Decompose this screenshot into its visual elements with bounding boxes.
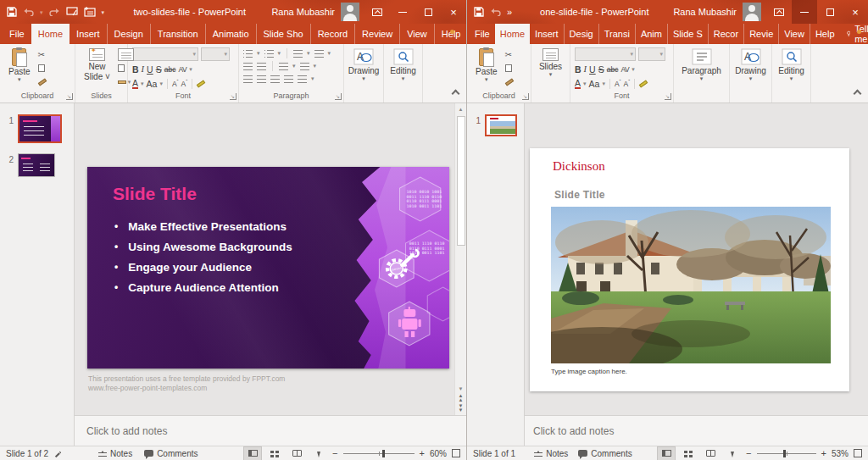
qat-overflow-icon[interactable]: » — [507, 7, 512, 17]
account-name[interactable]: Rana Mubashir — [673, 7, 737, 17]
tell-me-button[interactable]: Tell me — [840, 24, 868, 44]
font-color-button[interactable]: A — [575, 79, 581, 89]
new-slide-qat-icon[interactable] — [84, 7, 96, 17]
decrease-font-button[interactable]: Aˇ — [624, 79, 631, 88]
change-case-button[interactable]: Aa — [147, 79, 158, 89]
clipboard-dialog-launcher-icon[interactable]: ↘ — [66, 93, 73, 100]
shadow-button[interactable]: S — [156, 64, 162, 75]
notes-toggle[interactable]: Notes — [98, 449, 132, 458]
slide-1-thumbnail[interactable] — [485, 114, 517, 136]
align-center-icon[interactable] — [257, 75, 266, 83]
zoom-slider[interactable] — [343, 453, 415, 454]
slideshow-view-button[interactable] — [724, 447, 741, 460]
notes-pane[interactable]: Click to add notes — [75, 415, 466, 446]
paste-button[interactable]: Paste ▾ — [471, 47, 502, 83]
bold-button[interactable]: B — [132, 64, 139, 75]
maximize-button[interactable] — [817, 0, 843, 24]
cut-button[interactable]: ✂ — [505, 49, 514, 60]
zoom-level[interactable]: 60% — [430, 449, 447, 458]
copy-button[interactable] — [38, 63, 47, 74]
font-dialog-launcher-icon[interactable]: ↘ — [665, 93, 671, 100]
tab-review[interactable]: Review — [355, 24, 400, 44]
scroll-up-icon[interactable]: ▲ — [459, 104, 464, 114]
copy-button[interactable] — [505, 63, 514, 74]
tab-insert[interactable]: Insert — [70, 24, 108, 44]
justify-icon[interactable] — [284, 75, 293, 83]
font-name-select[interactable]: ▾ — [575, 47, 636, 61]
slide-body-text[interactable]: •Make Effective Presentations •Using Awe… — [114, 216, 292, 297]
highlight-color-icon[interactable] — [639, 80, 648, 87]
scrollbar-thumb[interactable] — [457, 116, 465, 246]
thumbnail-row-1[interactable]: 1 — [0, 112, 74, 151]
customize-qat-icon[interactable]: ▾ — [102, 9, 105, 15]
shadow-button[interactable]: S — [598, 64, 604, 75]
campus-photo[interactable] — [551, 207, 831, 363]
strikethrough-button[interactable]: abc — [607, 65, 619, 74]
normal-view-button[interactable] — [658, 447, 675, 460]
editing-button[interactable]: Editing ▾ — [774, 47, 809, 82]
italic-button[interactable]: I — [142, 64, 145, 74]
redo-icon[interactable] — [49, 8, 60, 16]
drawing-button[interactable]: A Drawing ▾ — [731, 47, 771, 82]
tab-help[interactable]: Help — [435, 24, 468, 44]
notes-pane[interactable]: Click to add notes — [525, 415, 868, 446]
tab-transition[interactable]: Transi — [599, 24, 636, 44]
slide-title-text[interactable]: Slide Title — [113, 184, 197, 204]
tab-insert[interactable]: Insert — [530, 24, 565, 44]
slide-title-text[interactable]: Slide Title — [554, 189, 605, 201]
format-painter-button[interactable] — [38, 76, 47, 87]
tab-view[interactable]: View — [400, 24, 435, 44]
save-icon[interactable] — [474, 7, 484, 17]
align-text-icon[interactable] — [300, 63, 309, 70]
save-icon[interactable] — [7, 7, 17, 17]
tab-slideshow[interactable]: Slide Sho — [257, 24, 311, 44]
close-button[interactable]: × — [843, 0, 868, 24]
tab-design[interactable]: Design — [108, 24, 151, 44]
numbering-icon[interactable] — [264, 50, 274, 58]
char-spacing-dropdown-icon[interactable]: ▾ — [189, 66, 192, 73]
zoom-level[interactable]: 53% — [832, 449, 849, 458]
new-slide-button[interactable]: New Slide ˅ — [80, 47, 114, 82]
text-direction-icon[interactable] — [314, 50, 324, 58]
reading-view-button[interactable] — [288, 447, 305, 460]
maximize-button[interactable] — [415, 0, 441, 24]
decrease-font-button[interactable]: Aˇ — [181, 79, 188, 88]
paragraph-button[interactable]: Paragraph ▾ — [677, 47, 726, 82]
editing-button[interactable]: Editing ▾ — [386, 47, 420, 82]
normal-view-button[interactable] — [244, 447, 261, 460]
comments-toggle[interactable]: Comments — [578, 449, 632, 458]
convert-smartart-icon[interactable] — [298, 75, 307, 83]
account-avatar[interactable] — [341, 3, 359, 21]
fit-slide-to-window-icon[interactable] — [452, 449, 460, 457]
line-spacing-icon[interactable] — [293, 50, 303, 58]
notes-toggle[interactable]: Notes — [534, 449, 568, 458]
bullets-icon[interactable] — [243, 50, 253, 58]
align-left-icon[interactable] — [243, 75, 253, 83]
slide-editing-canvas[interactable]: 1010 0010 1001 0011 1110 0110 0110 0111 … — [75, 103, 454, 415]
zoom-out-button[interactable]: − — [746, 448, 751, 458]
thumbnail-row-2[interactable]: 2 — [0, 151, 74, 185]
tab-file[interactable]: File — [470, 24, 495, 44]
slide-1-thumbnail[interactable] — [18, 114, 62, 143]
change-case-button[interactable]: Aa — [589, 79, 600, 89]
columns-icon[interactable] — [279, 63, 288, 70]
font-dialog-launcher-icon[interactable]: ↘ — [230, 93, 236, 100]
underline-button[interactable]: U — [147, 64, 153, 75]
minimize-button[interactable] — [390, 0, 415, 24]
zoom-in-button[interactable]: + — [821, 448, 826, 458]
slide-1[interactable]: Dickinson Slide Title — [530, 148, 849, 391]
tab-animations[interactable]: Animatio — [206, 24, 257, 44]
account-name[interactable]: Rana Mubashir — [271, 7, 335, 17]
zoom-out-button[interactable]: − — [332, 448, 337, 458]
slides-button[interactable]: Slides ▾ — [535, 47, 566, 78]
increase-font-button[interactable]: Aˆ — [615, 79, 621, 88]
increase-font-button[interactable]: Aˆ — [172, 79, 179, 88]
cut-button[interactable]: ✂ — [38, 49, 47, 60]
clipboard-dialog-launcher-icon[interactable]: ↘ — [522, 93, 529, 100]
slide-editing-canvas[interactable]: Dickinson Slide Title — [525, 103, 868, 415]
slide-sorter-view-button[interactable] — [680, 447, 697, 460]
zoom-in-button[interactable]: + — [420, 448, 425, 458]
start-from-beginning-icon[interactable] — [66, 7, 78, 17]
paragraph-dialog-launcher-icon[interactable]: ↘ — [335, 93, 342, 100]
tab-review[interactable]: Revie — [744, 24, 779, 44]
